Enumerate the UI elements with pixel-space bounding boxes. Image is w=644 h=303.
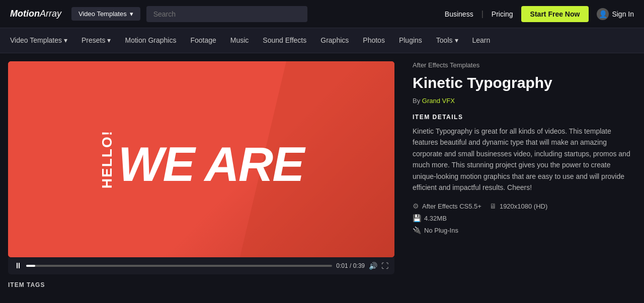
progress-fill [26,265,35,267]
fullscreen-button[interactable]: ⛶ [381,262,388,270]
right-panel: After Effects Templates Kinetic Typograp… [403,53,644,303]
author-link[interactable]: Grand VFX [422,97,455,105]
file-icon: 💾 [413,214,421,222]
search-input[interactable] [146,6,307,22]
meta-filesize: 💾 4.32MB [413,214,447,222]
video-overlay-text: HELLO! WE ARE [99,130,303,188]
volume-button[interactable]: 🔊 [369,262,377,270]
nav-item-music[interactable]: Music [230,28,249,53]
author-line: By Grand VFX [413,97,634,105]
secondary-nav: Video Templates ▾ Presets ▾ Motion Graph… [0,28,644,53]
sign-in-button[interactable]: 👤 Sign In [597,8,634,20]
video-controls-bar: ⏸ 0:01 / 0:39 🔊 ⛶ [8,257,394,274]
time-display: 0:01 / 0:39 [336,262,365,269]
nav-item-motion-graphics[interactable]: Motion Graphics [125,28,176,53]
chevron-down-icon: ▾ [130,10,133,18]
video-templates-dropdown-btn[interactable]: Video Templates ▾ [71,7,140,21]
we-are-label: WE ARE [118,140,303,188]
nav-item-footage[interactable]: Footage [190,28,216,53]
main-content: HELLO! WE ARE ⏸ 0:01 / 0:39 🔊 ⛶ ITEM TAG… [0,53,644,303]
nav-item-presets[interactable]: Presets ▾ [82,28,111,53]
nav-divider: | [481,10,484,19]
logo: MotionArray [10,9,61,19]
plugin-icon: 🔌 [413,226,421,234]
monitor-icon: 🖥 [490,202,497,210]
hello-label: HELLO! [99,130,115,188]
nav-item-sound-effects[interactable]: Sound Effects [263,28,306,53]
business-link[interactable]: Business [445,10,473,18]
item-tags-section: ITEM TAGS [8,274,394,288]
gear-icon: ⚙ [413,202,419,210]
meta-plugins: 🔌 No Plug-Ins [413,226,634,234]
chevron-down-icon: ▾ [107,36,111,44]
pause-button[interactable]: ⏸ [14,261,22,270]
chevron-down-icon: ▾ [455,36,458,44]
item-tags-label: ITEM TAGS [8,281,394,288]
nav-item-plugins[interactable]: Plugins [399,28,422,53]
video-player[interactable]: HELLO! WE ARE [8,61,394,257]
nav-item-video-templates[interactable]: Video Templates ▾ [10,28,67,53]
meta-software: ⚙ After Effects CS5.5+ [413,202,481,210]
nav-item-graphics[interactable]: Graphics [320,28,349,53]
chevron-down-icon: ▾ [64,36,67,44]
nav-item-photos[interactable]: Photos [363,28,385,53]
meta-row-2: 💾 4.32MB [413,214,634,222]
meta-row-1: ⚙ After Effects CS5.5+ 🖥 1920x1080 (HD) [413,202,634,210]
nav-item-learn[interactable]: Learn [472,28,491,53]
meta-resolution: 🖥 1920x1080 (HD) [490,202,547,210]
pricing-link[interactable]: Pricing [492,10,513,18]
top-nav-right: Business | Pricing Start Free Now 👤 Sign… [445,6,634,22]
breadcrumb: After Effects Templates [413,61,634,69]
nav-item-tools[interactable]: Tools ▾ [436,28,458,53]
product-title: Kinetic Typography [413,74,634,92]
item-description: Kinetic Typography is great for all kind… [413,126,634,193]
progress-bar[interactable] [26,265,332,267]
video-panel: HELLO! WE ARE ⏸ 0:01 / 0:39 🔊 ⛶ ITEM TAG… [0,53,403,303]
start-free-button[interactable]: Start Free Now [521,6,589,22]
user-icon: 👤 [597,8,609,20]
item-details-header: ITEM DETAILS [413,114,634,121]
top-nav: MotionArray Video Templates ▾ Business |… [0,0,644,28]
